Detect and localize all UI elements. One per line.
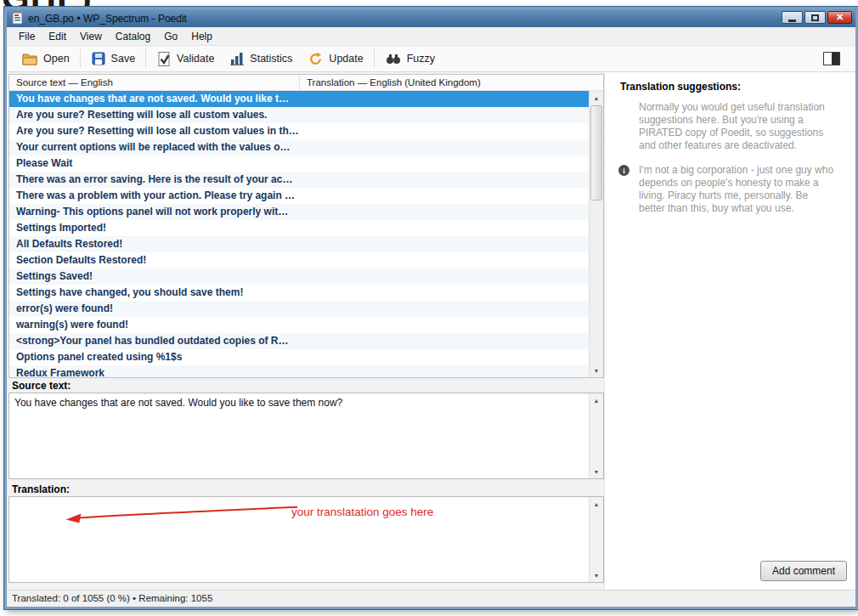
menu-view[interactable]: View: [73, 28, 109, 45]
info-icon: i: [618, 165, 629, 176]
list-item[interactable]: Settings Saved!: [9, 268, 589, 285]
main-area: Source text — English Translation — Engl…: [7, 72, 855, 590]
column-header-source[interactable]: Source text — English: [9, 75, 300, 90]
scroll-down-icon[interactable]: ▼: [590, 568, 603, 582]
window-controls: ✕: [782, 11, 852, 24]
suggestions-paragraph-1: Normally you would get useful translatio…: [639, 101, 836, 152]
translation-scrollbar[interactable]: ▲ ▼: [589, 497, 603, 582]
minimize-button[interactable]: [782, 11, 803, 24]
maximize-icon: [811, 14, 819, 21]
list-item[interactable]: warning(s) were found!: [9, 317, 589, 333]
menu-file[interactable]: File: [12, 28, 42, 45]
list-item[interactable]: Warning- This options panel will not wor…: [9, 204, 589, 220]
scroll-up-icon[interactable]: ▲: [590, 497, 603, 511]
list-item[interactable]: You have changes that are not saved. Wou…: [9, 91, 589, 107]
fuzzy-button-label: Fuzzy: [407, 53, 435, 65]
source-scrollbar[interactable]: ▲ ▼: [589, 393, 603, 478]
folder-open-icon: [21, 51, 38, 66]
save-button[interactable]: Save: [83, 48, 144, 69]
source-text-label: Source text:: [8, 378, 604, 393]
statistics-button-label: Statistics: [250, 53, 292, 65]
list-item[interactable]: There was a problem with your action. Pl…: [9, 188, 589, 204]
column-header-translation[interactable]: Translation — English (United Kingdom): [300, 75, 603, 90]
list-scrollbar[interactable]: ▲ ▼: [589, 91, 603, 377]
validate-button[interactable]: Validate: [149, 48, 222, 70]
list-item[interactable]: All Defaults Restored!: [9, 236, 589, 252]
source-text-area: You have changes that are not saved. Wou…: [8, 393, 604, 479]
list-body: You have changes that are not saved. Wou…: [9, 91, 603, 377]
list-item[interactable]: Settings Imported!: [9, 220, 589, 236]
left-column: Source text — English Translation — Engl…: [7, 72, 604, 590]
list-item[interactable]: <strong>Your panel has bundled outdated …: [9, 333, 589, 349]
scrollbar-thumb[interactable]: [590, 105, 602, 201]
sidebar-toggle-icon[interactable]: [823, 52, 840, 65]
window-title: en_GB.po • WP_Spectrum - Poedit: [28, 13, 187, 25]
open-button[interactable]: Open: [14, 48, 77, 69]
validate-check-icon: [156, 51, 172, 67]
validate-button-label: Validate: [177, 53, 214, 65]
suggestions-paragraph-2: I'm not a big corporation - just one guy…: [639, 164, 836, 215]
list-item[interactable]: There was an error saving. Here is the r…: [9, 172, 589, 188]
toolbar-separator: [145, 49, 146, 68]
scroll-up-icon[interactable]: ▲: [590, 393, 603, 407]
list-item[interactable]: Are you sure? Resetting will lose all cu…: [9, 107, 589, 123]
fuzzy-button[interactable]: Fuzzy: [377, 49, 443, 68]
suggestions-block-1: Normally you would get useful translatio…: [620, 101, 844, 152]
list-item[interactable]: error(s) were found!: [9, 301, 589, 317]
list-item[interactable]: Section Defaults Restored!: [9, 252, 589, 268]
refresh-icon: [308, 51, 324, 67]
title-bar[interactable]: en_GB.po • WP_Spectrum - Poedit ✕: [7, 9, 855, 27]
list-item[interactable]: Redux Framework: [9, 365, 589, 377]
menu-edit[interactable]: Edit: [42, 28, 73, 45]
statistics-button[interactable]: Statistics: [222, 48, 300, 69]
scroll-up-icon[interactable]: ▲: [590, 91, 603, 105]
save-disk-icon: [91, 51, 106, 66]
desktop: GHL) en_GB.po • WP_Spectrum - Poedit ✕ F…: [0, 0, 858, 616]
minimize-icon: [788, 20, 796, 22]
string-list: Source text — English Translation — Engl…: [8, 74, 604, 378]
menu-go[interactable]: Go: [157, 28, 184, 45]
menu-catalog[interactable]: Catalog: [109, 28, 157, 45]
translation-input[interactable]: your translatation goes here ▲ ▼: [8, 496, 604, 583]
menu-bar: File Edit View Catalog Go Help: [7, 27, 855, 46]
toolbar: Open Save: [7, 46, 855, 72]
close-button[interactable]: ✕: [827, 11, 852, 24]
scroll-down-icon[interactable]: ▼: [590, 465, 603, 478]
list-item[interactable]: Options panel created using %1$s: [9, 349, 589, 365]
list-item[interactable]: Settings have changed, you should save t…: [9, 285, 589, 301]
save-button-label: Save: [111, 53, 136, 65]
translation-label: Translation:: [8, 482, 604, 496]
update-button[interactable]: Update: [300, 48, 370, 70]
open-button-label: Open: [43, 53, 70, 65]
suggestions-sidebar: Translation suggestions: Normally you wo…: [604, 72, 855, 590]
toolbar-separator: [80, 49, 81, 68]
toolbar-separator: [374, 49, 375, 68]
status-bar: Translated: 0 of 1055 (0 %) • Remaining:…: [7, 590, 855, 607]
update-button-label: Update: [329, 53, 363, 65]
add-comment-button[interactable]: Add comment: [760, 561, 847, 581]
menu-help[interactable]: Help: [184, 28, 219, 45]
list-header: Source text — English Translation — Engl…: [9, 75, 603, 91]
poedit-window: en_GB.po • WP_Spectrum - Poedit ✕ File E…: [4, 7, 858, 609]
suggestions-title: Translation suggestions:: [620, 81, 844, 93]
source-text-value: You have changes that are not saved. Wou…: [14, 397, 342, 409]
poedit-app-icon: [11, 12, 24, 25]
bar-chart-icon: [229, 51, 245, 66]
maximize-button[interactable]: [804, 11, 826, 24]
list-item[interactable]: Please Wait: [9, 155, 589, 172]
annotation-text: your translatation goes here: [291, 506, 433, 518]
binoculars-icon: [385, 52, 402, 65]
list-item[interactable]: Are you sure? Resetting will lose all cu…: [9, 123, 589, 139]
scroll-down-icon[interactable]: ▼: [590, 364, 603, 377]
close-icon: ✕: [836, 13, 844, 22]
suggestions-block-2: i I'm not a big corporation - just one g…: [620, 164, 844, 215]
list-item[interactable]: Your current options will be replaced wi…: [9, 139, 589, 155]
